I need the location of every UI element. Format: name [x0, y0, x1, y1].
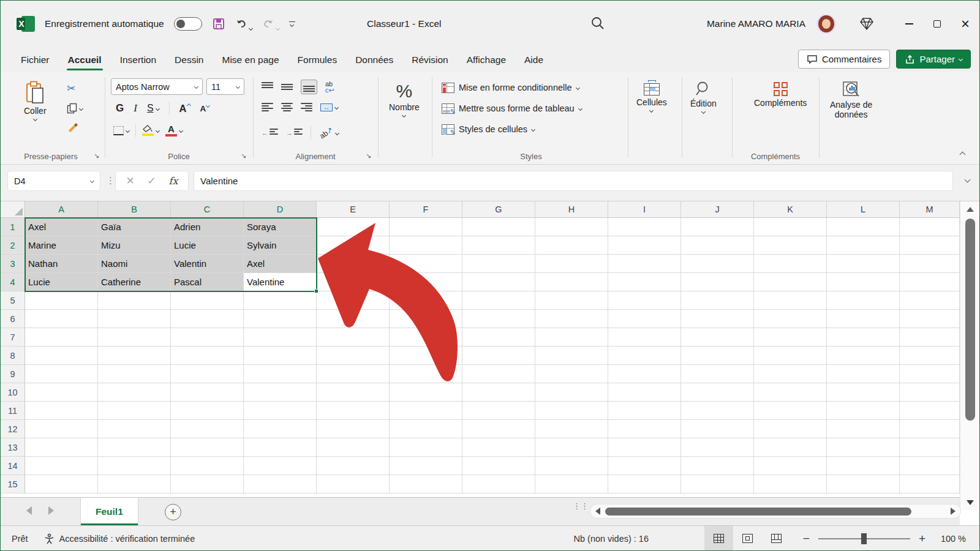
cell-A10[interactable] — [25, 383, 98, 402]
font-size-select[interactable]: 11 — [206, 78, 244, 95]
cell-G8[interactable] — [462, 347, 535, 365]
sheet-tab-feuil1[interactable]: Feuil1 — [80, 498, 138, 525]
decrease-indent-icon[interactable]: ← — [262, 129, 278, 137]
cell-M12[interactable] — [900, 420, 960, 438]
align-center-icon[interactable] — [281, 103, 293, 111]
cell-L3[interactable] — [827, 255, 900, 273]
cell-D11[interactable] — [244, 402, 317, 420]
bold-button[interactable]: G — [116, 102, 124, 114]
cell-A14[interactable] — [25, 457, 98, 475]
cell-B7[interactable] — [98, 328, 171, 347]
save-icon[interactable] — [212, 17, 225, 31]
cell-L2[interactable] — [827, 236, 900, 255]
scroll-down-icon[interactable] — [967, 500, 974, 505]
cell-E13[interactable] — [317, 438, 390, 457]
worksheet-grid[interactable]: ABCDEFGHIJKLM 1AxelGaïaAdrienSoraya2Mari… — [1, 201, 960, 497]
cell-H3[interactable] — [535, 255, 608, 273]
cell-D15[interactable] — [244, 475, 317, 493]
cell-C9[interactable] — [171, 365, 244, 383]
cell-E4[interactable] — [317, 273, 390, 291]
wrap-text-icon[interactable]: abc↩ — [325, 81, 334, 93]
cell-I3[interactable] — [608, 255, 681, 273]
cell-C13[interactable] — [171, 438, 244, 457]
cell-M6[interactable] — [900, 310, 960, 328]
expand-formula-bar-icon[interactable] — [965, 177, 971, 183]
tab-accueil[interactable]: Accueil — [59, 47, 111, 72]
align-middle-icon[interactable] — [281, 82, 293, 92]
cell-K5[interactable] — [754, 291, 827, 310]
cell-J11[interactable] — [681, 402, 754, 420]
cell-C2[interactable]: Lucie — [171, 236, 244, 255]
cell-K2[interactable] — [754, 236, 827, 255]
insert-function-icon[interactable]: fx — [169, 175, 178, 187]
cell-L12[interactable] — [827, 420, 900, 438]
cell-B3[interactable]: Naomi — [98, 255, 171, 273]
cell-L10[interactable] — [827, 383, 900, 402]
scroll-left-icon[interactable] — [595, 508, 600, 515]
cell-F12[interactable] — [390, 420, 462, 438]
row-header-8[interactable]: 8 — [1, 347, 25, 365]
cell-K6[interactable] — [754, 310, 827, 328]
column-header-B[interactable]: B — [98, 201, 171, 218]
zoom-slider-handle[interactable] — [861, 533, 867, 544]
cell-J5[interactable] — [681, 291, 754, 310]
cell-C14[interactable] — [171, 457, 244, 475]
maximize-button[interactable] — [923, 1, 951, 47]
user-name[interactable]: Marine AMARO MARIA — [707, 18, 805, 29]
format-as-table-button[interactable]: ✎ Mettre sous forme de tableau — [442, 98, 582, 119]
close-button[interactable]: × — [951, 1, 979, 47]
cell-A2[interactable]: Marine — [25, 236, 98, 255]
italic-button[interactable]: I — [134, 102, 137, 114]
column-header-D[interactable]: D — [244, 201, 317, 218]
cell-I5[interactable] — [608, 291, 681, 310]
row-header-14[interactable]: 14 — [1, 457, 25, 475]
cell-B14[interactable] — [98, 457, 171, 475]
add-sheet-button[interactable]: + — [165, 504, 181, 520]
cell-J2[interactable] — [681, 236, 754, 255]
cell-H12[interactable] — [535, 420, 608, 438]
cell-F5[interactable] — [390, 291, 462, 310]
column-header-L[interactable]: L — [827, 201, 900, 218]
cell-J4[interactable] — [681, 273, 754, 291]
column-header-H[interactable]: H — [535, 201, 608, 218]
cell-C3[interactable]: Valentin — [171, 255, 244, 273]
zoom-slider[interactable] — [818, 538, 910, 539]
cell-C5[interactable] — [171, 291, 244, 310]
underline-button[interactable]: S — [147, 103, 159, 114]
font-color-button[interactable]: A — [165, 125, 183, 137]
cell-B8[interactable] — [98, 347, 171, 365]
copy-button[interactable] — [67, 103, 83, 114]
cell-M5[interactable] — [900, 291, 960, 310]
column-header-M[interactable]: M — [900, 201, 960, 218]
cell-M11[interactable] — [900, 402, 960, 420]
accessibility-status[interactable]: Accessibilité : vérification terminée — [44, 533, 195, 544]
next-sheet-icon[interactable] — [48, 506, 54, 515]
cell-A8[interactable] — [25, 347, 98, 365]
cell-I12[interactable] — [608, 420, 681, 438]
comments-button[interactable]: Commentaires — [798, 50, 891, 69]
undo-button[interactable] — [235, 18, 252, 30]
cell-D9[interactable] — [244, 365, 317, 383]
cell-D4[interactable]: Valentine — [244, 273, 317, 291]
cell-J9[interactable] — [681, 365, 754, 383]
addins-button[interactable]: Compléments — [754, 82, 807, 108]
paste-button[interactable]: Coller — [24, 81, 47, 121]
cell-H1[interactable] — [535, 218, 608, 236]
cell-F11[interactable] — [390, 402, 462, 420]
cell-M9[interactable] — [900, 365, 960, 383]
borders-button[interactable] — [113, 126, 129, 135]
column-header-A[interactable]: A — [25, 201, 98, 218]
select-all-corner[interactable] — [1, 201, 25, 218]
cell-K13[interactable] — [754, 438, 827, 457]
cell-B4[interactable]: Catherine — [98, 273, 171, 291]
normal-view-button[interactable] — [704, 526, 733, 551]
horizontal-scrollbar[interactable] — [590, 504, 961, 519]
row-header-3[interactable]: 3 — [1, 255, 25, 273]
cell-E3[interactable] — [317, 255, 390, 273]
row-header-12[interactable]: 12 — [1, 420, 25, 438]
cell-J12[interactable] — [681, 420, 754, 438]
cell-I7[interactable] — [608, 328, 681, 347]
cell-M14[interactable] — [900, 457, 960, 475]
cell-G7[interactable] — [462, 328, 535, 347]
row-header-7[interactable]: 7 — [1, 328, 25, 347]
